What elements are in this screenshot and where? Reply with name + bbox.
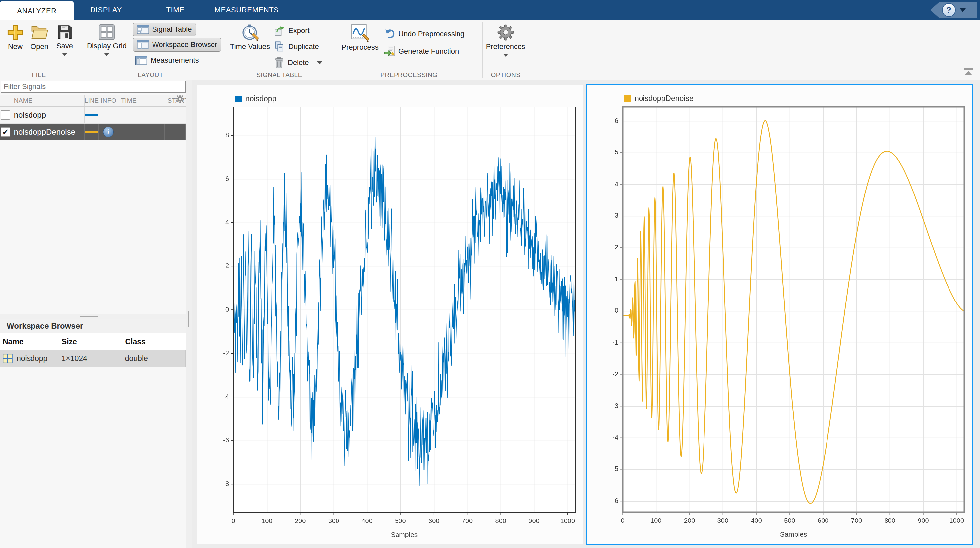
preferences-button[interactable]: Preferences (484, 24, 527, 57)
info-icon[interactable]: i (103, 127, 114, 137)
signal-table-layout-icon (137, 25, 149, 34)
tab-measurements-label: MEASUREMENTS (215, 6, 279, 14)
checkbox-checked[interactable]: ✔ (1, 127, 10, 137)
header-checkbox-column[interactable] (0, 95, 11, 106)
signal-checkbox-cell[interactable]: ✔ (0, 124, 11, 140)
help-dropdown-arrow-icon[interactable] (960, 8, 966, 12)
legend-swatch (624, 95, 631, 102)
undo-preprocessing-button[interactable]: Undo Preprocessing (384, 28, 465, 40)
help-button[interactable]: ? (930, 2, 977, 18)
section-label-file: FILE (0, 71, 78, 79)
signal-row-noisdoppdenoise[interactable]: ✔ noisdoppDenoise i (0, 124, 186, 140)
preferences-dropdown-arrow-icon[interactable] (503, 54, 508, 57)
section-label-preprocessing: PREPROCESSING (336, 71, 482, 79)
save-button[interactable]: Save (53, 24, 76, 56)
wb-header-class[interactable]: Class (123, 333, 186, 350)
splitter-handle[interactable] (188, 311, 189, 327)
delete-dropdown-arrow-icon[interactable] (317, 61, 322, 64)
workspace-browser-toggle-label: Workspace Browser (152, 40, 217, 49)
workspace-row-noisdopp[interactable]: noisdopp 1×1024 double (0, 350, 186, 367)
tab-measurements[interactable]: MEASUREMENTS (208, 0, 285, 20)
section-separator (336, 22, 336, 78)
workspace-browser-table: Name Size Class noisdopp 1×1024 double (0, 333, 186, 367)
export-icon (274, 25, 285, 37)
workspace-browser-title: Workspace Browser (6, 321, 83, 330)
display-grid-dropdown-arrow-icon[interactable] (104, 53, 110, 56)
legend-swatch (235, 96, 242, 102)
legend-label: noisdopp (245, 94, 276, 103)
wb-size-cell[interactable]: 1×1024 (59, 350, 123, 367)
legend-noisdopp[interactable]: noisdopp (235, 94, 276, 103)
workspace-table-header: Name Size Class (0, 333, 186, 350)
signal-table: NAME LINE INFO TIME START (0, 95, 186, 140)
signal-line-cell[interactable] (84, 124, 99, 140)
signal-start-cell (165, 107, 186, 123)
wb-header-size[interactable]: Size (59, 333, 123, 350)
measurements-layout-icon (135, 56, 147, 65)
measurements-toggle[interactable]: Measurements (135, 54, 199, 67)
signal-plot-canvas[interactable] (587, 85, 970, 542)
signal-name-cell[interactable]: noisdoppDenoise (11, 124, 84, 140)
display-grid-icon (99, 24, 115, 40)
line-style-swatch[interactable] (85, 114, 98, 116)
tab-display[interactable]: DISPLAY (79, 0, 133, 20)
generate-function-button[interactable]: Generate Function (384, 45, 459, 58)
line-style-swatch[interactable] (85, 130, 98, 133)
signal-checkbox-cell[interactable] (0, 107, 11, 123)
header-name-column[interactable]: NAME (11, 95, 85, 106)
wb-class-cell[interactable]: double (123, 350, 186, 367)
signal-table-toggle-label: Signal Table (152, 25, 192, 34)
signal-line-cell[interactable] (84, 107, 99, 123)
delete-button-label: Delete (288, 58, 309, 67)
header-info-column[interactable]: INFO (99, 95, 118, 106)
time-values-button[interactable]: Time Values (229, 24, 271, 51)
help-icon[interactable]: ? (942, 3, 956, 17)
filter-signals-input[interactable] (1, 81, 186, 93)
save-dropdown-arrow-icon[interactable] (62, 53, 67, 56)
duplicate-button-label: Duplicate (288, 43, 319, 51)
plot-panel-noisdopp[interactable]: noisdopp (197, 85, 584, 544)
signal-time-cell (118, 107, 165, 123)
signal-row-noisdopp[interactable]: noisdopp (0, 107, 186, 124)
time-values-label: Time Values (230, 43, 270, 51)
workspace-browser-toggle[interactable]: Workspace Browser (133, 38, 221, 52)
header-line-column[interactable]: LINE (84, 95, 99, 106)
table-settings-gear-icon[interactable] (175, 95, 185, 104)
signal-table-toggle[interactable]: Signal Table (133, 22, 196, 37)
plot-panel-noisdoppdenoise-selected[interactable]: noisdoppDenoise (587, 84, 973, 545)
tab-display-label: DISPLAY (90, 6, 122, 14)
delete-button[interactable]: Delete (274, 56, 322, 69)
tab-analyzer[interactable]: ANALYZER (0, 1, 73, 21)
export-button[interactable]: Export (274, 24, 310, 37)
generate-function-label: Generate Function (398, 47, 459, 56)
horizontal-splitter[interactable] (0, 314, 186, 319)
signal-plot-canvas[interactable] (197, 85, 583, 544)
header-start-column[interactable]: START (165, 95, 186, 106)
display-grid-button[interactable]: Display Grid (84, 24, 130, 56)
open-button[interactable]: Open (28, 24, 51, 51)
new-plus-icon (6, 24, 24, 41)
new-button[interactable]: New (4, 24, 27, 51)
matrix-variable-icon (3, 354, 13, 364)
wb-header-name[interactable]: Name (0, 333, 59, 350)
vertical-splitter[interactable] (186, 79, 192, 548)
preprocess-button[interactable]: Preprocess (340, 24, 380, 52)
splitter-handle[interactable] (80, 316, 98, 317)
undo-icon (384, 29, 395, 40)
duplicate-button[interactable]: Duplicate (274, 40, 319, 53)
signal-name-cell[interactable]: noisdopp (11, 107, 85, 123)
section-label-layout: LAYOUT (78, 71, 223, 79)
open-button-label: Open (30, 43, 48, 51)
legend-noisdoppdenoise[interactable]: noisdoppDenoise (624, 94, 694, 103)
collapse-ribbon-button[interactable] (963, 68, 974, 77)
wb-name-cell[interactable]: noisdopp (0, 350, 59, 367)
checkmark-icon: ✔ (2, 127, 9, 137)
header-time-column[interactable]: TIME (118, 95, 165, 106)
signal-table-header: NAME LINE INFO TIME START (0, 95, 186, 107)
toolstrip-tab-bar: ANALYZER DISPLAY TIME MEASUREMENTS ? (0, 0, 980, 20)
generate-function-icon (384, 46, 395, 57)
signal-info-cell[interactable]: i (99, 124, 118, 140)
tab-time[interactable]: TIME (148, 0, 203, 20)
checkbox-unchecked[interactable] (1, 110, 10, 120)
section-separator (482, 22, 483, 78)
